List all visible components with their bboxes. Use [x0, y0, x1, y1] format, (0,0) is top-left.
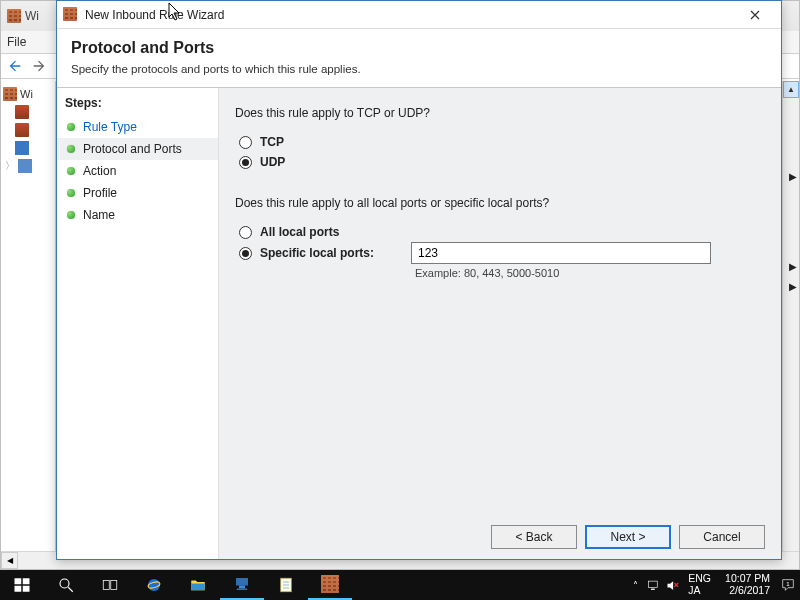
notepad-icon: [277, 576, 295, 594]
step-name[interactable]: Name: [57, 204, 218, 226]
protocol-question: Does this rule apply to TCP or UDP?: [235, 106, 765, 120]
svg-rect-0: [15, 578, 22, 584]
radio-icon: [239, 226, 252, 239]
tree-expand[interactable]: 〉: [3, 157, 53, 175]
svg-line-5: [68, 587, 73, 592]
radio-icon: [239, 136, 252, 149]
specific-ports-input[interactable]: [411, 242, 711, 264]
tree-item[interactable]: [3, 139, 53, 157]
taskbar-server-manager[interactable]: [220, 570, 264, 600]
taskbar-file-explorer[interactable]: [176, 570, 220, 600]
firewall-icon: [321, 575, 339, 593]
step-bullet-icon: [67, 123, 75, 131]
expand-arrow-icon[interactable]: ▶: [789, 261, 797, 272]
bg-vertical-scrollbar[interactable]: ▲: [782, 81, 799, 551]
step-rule-type[interactable]: Rule Type: [57, 116, 218, 138]
svg-rect-2: [15, 586, 22, 592]
step-bullet-icon: [67, 189, 75, 197]
firewall-icon: [63, 7, 79, 23]
taskbar-ie[interactable]: [132, 570, 176, 600]
tree-item[interactable]: [3, 103, 53, 121]
radio-specific-local-ports[interactable]: Specific local ports:: [239, 243, 407, 263]
svg-point-8: [148, 579, 160, 591]
nav-forward-icon[interactable]: [29, 56, 49, 76]
monitoring-icon: [18, 159, 32, 173]
dialog-header: Protocol and Ports Specify the protocols…: [57, 29, 781, 87]
internet-explorer-icon: [145, 576, 163, 594]
close-button[interactable]: [735, 4, 775, 26]
start-button[interactable]: [0, 570, 44, 600]
svg-rect-7: [111, 581, 117, 590]
bg-window-title: Wi: [25, 9, 39, 23]
language-indicator[interactable]: ENG JA: [684, 573, 715, 596]
tree-item[interactable]: [3, 121, 53, 139]
windows-logo-icon: [13, 576, 31, 594]
expand-arrow-icon[interactable]: ▶: [789, 281, 797, 292]
svg-rect-11: [236, 578, 248, 586]
step-bullet-icon: [67, 145, 75, 153]
svg-rect-10: [191, 584, 205, 591]
network-icon[interactable]: [646, 578, 661, 593]
cancel-button[interactable]: Cancel: [679, 525, 765, 549]
task-view-icon: [101, 576, 119, 594]
volume-muted-icon[interactable]: [665, 578, 680, 593]
svg-rect-13: [237, 589, 248, 591]
step-protocol-and-ports[interactable]: Protocol and Ports: [57, 138, 218, 160]
search-button[interactable]: [44, 570, 88, 600]
svg-rect-3: [23, 586, 30, 592]
action-center-icon[interactable]: 1: [780, 577, 796, 593]
step-action[interactable]: Action: [57, 160, 218, 182]
radio-icon: [239, 247, 252, 260]
ports-question: Does this rule apply to all local ports …: [235, 196, 765, 210]
radio-icon: [239, 156, 252, 169]
protocol-radio-group: TCP UDP: [239, 132, 765, 172]
svg-rect-18: [649, 581, 658, 587]
scroll-up-button[interactable]: ▲: [783, 81, 799, 98]
firewall-icon: [7, 9, 21, 23]
ports-radio-group: All local ports Specific local ports: Ex…: [239, 222, 765, 279]
scroll-left-button[interactable]: ◀: [1, 552, 18, 569]
chevron-right-icon: 〉: [5, 159, 15, 173]
nav-back-icon[interactable]: [5, 56, 25, 76]
back-button[interactable]: < Back: [491, 525, 577, 549]
search-icon: [57, 576, 75, 594]
steps-header: Steps:: [57, 94, 218, 116]
radio-udp[interactable]: UDP: [239, 152, 765, 172]
radio-tcp[interactable]: TCP: [239, 132, 765, 152]
steps-sidebar: Steps: Rule Type Protocol and Ports Acti…: [57, 88, 219, 559]
step-profile[interactable]: Profile: [57, 182, 218, 204]
radio-all-local-ports[interactable]: All local ports: [239, 222, 765, 242]
task-view-button[interactable]: [88, 570, 132, 600]
folder-icon: [189, 576, 207, 594]
outbound-rules-icon: [15, 123, 29, 137]
next-button[interactable]: Next >: [585, 525, 671, 549]
tree-root[interactable]: Wi: [3, 85, 53, 103]
menu-file[interactable]: File: [7, 35, 26, 49]
dialog-title: New Inbound Rule Wizard: [85, 8, 224, 22]
connection-rules-icon: [15, 141, 29, 155]
svg-point-4: [60, 579, 69, 588]
svg-rect-6: [103, 581, 109, 590]
svg-text:1: 1: [786, 581, 790, 587]
firewall-icon: [3, 87, 17, 101]
chevron-up-icon: ▲: [787, 85, 795, 94]
svg-rect-1: [23, 578, 30, 584]
taskbar-notepad[interactable]: [264, 570, 308, 600]
step-bullet-icon: [67, 211, 75, 219]
ports-example-text: Example: 80, 443, 5000-5010: [415, 267, 765, 279]
new-inbound-rule-wizard-dialog: New Inbound Rule Wizard Protocol and Por…: [56, 0, 782, 560]
dialog-titlebar: New Inbound Rule Wizard: [57, 1, 781, 29]
svg-rect-12: [239, 586, 245, 589]
wizard-buttons: < Back Next > Cancel: [491, 525, 765, 549]
bg-tree-pane: Wi 〉: [1, 81, 56, 551]
taskbar[interactable]: ˄ ENG JA 10:07 PM 2/6/2017 1: [0, 570, 800, 600]
expand-arrow-icon[interactable]: ▶: [789, 171, 797, 182]
server-manager-icon: [233, 575, 251, 593]
clock[interactable]: 10:07 PM 2/6/2017: [719, 573, 776, 596]
page-subheading: Specify the protocols and ports to which…: [71, 63, 767, 75]
taskbar-firewall[interactable]: [308, 570, 352, 600]
tray-chevron-up-icon[interactable]: ˄: [629, 580, 642, 591]
page-heading: Protocol and Ports: [71, 39, 767, 57]
step-bullet-icon: [67, 167, 75, 175]
inbound-rules-icon: [15, 105, 29, 119]
